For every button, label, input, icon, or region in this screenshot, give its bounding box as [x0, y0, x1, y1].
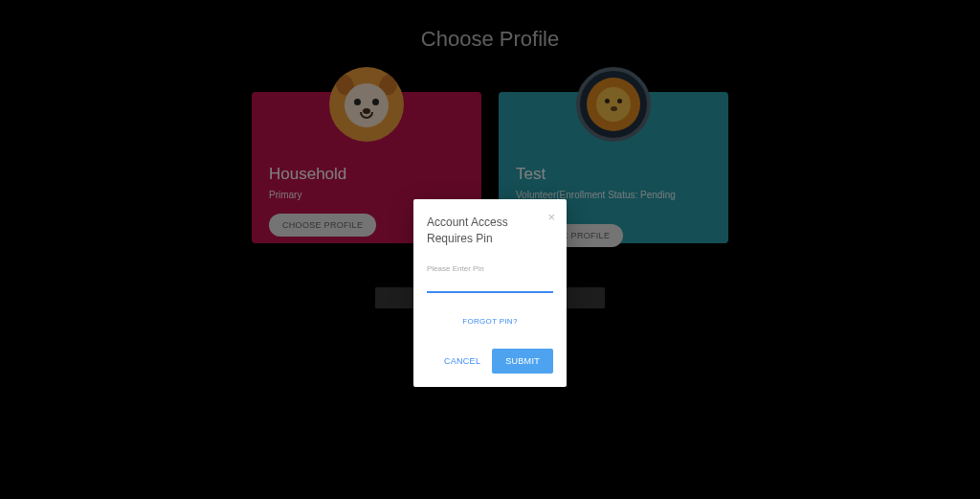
- pin-input[interactable]: [427, 273, 553, 293]
- submit-button[interactable]: SUBMIT: [492, 349, 553, 374]
- modal-title: Account Access Requires Pin: [427, 215, 553, 247]
- close-icon[interactable]: ×: [547, 211, 555, 223]
- pin-modal: × Account Access Requires Pin Please Ent…: [413, 199, 567, 387]
- pin-input-label: Please Enter Pin: [427, 264, 553, 273]
- forgot-pin-link[interactable]: FORGOT PIN?: [462, 317, 517, 326]
- cancel-button[interactable]: CANCEL: [444, 356, 480, 366]
